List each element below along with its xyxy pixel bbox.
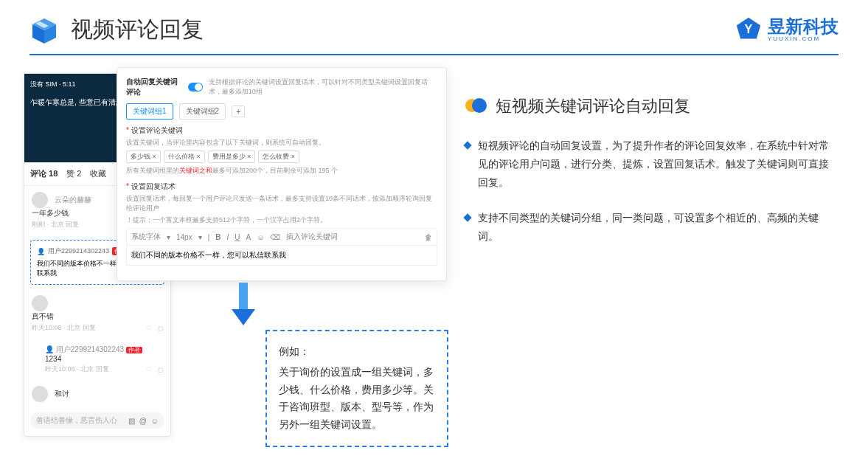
settings-panel: 自动回复关键词评论 支持根据评论的关键词设置回复话术，可以针对不同类型关键词设置… (117, 67, 447, 281)
char-tip: ！提示：一个富文本框最多支持512个字符，一个汉字占用2个字符。 (126, 215, 437, 225)
svg-marker-7 (232, 309, 255, 325)
svg-text:Y: Y (745, 22, 753, 35)
editor-toolbar: 系统字体▾ 14px▾ | B I U A ☺ ⌫ 插入评论关键词 🗑 (126, 228, 437, 246)
reply-editor[interactable]: 我们不同的版本价格不一样，您可以私信联系我 (126, 246, 437, 266)
at-icon[interactable]: @ (139, 417, 147, 425)
video-caption: 乍暖乍寒总是, 些意已有清, ... (30, 97, 125, 108)
comment-input[interactable]: 善语结善缘，恶言伤人心 ▧@☺ (30, 412, 164, 429)
tab-fav[interactable]: 收藏 (90, 168, 106, 179)
svg-point-9 (472, 98, 487, 113)
insert-keyword-button[interactable]: 插入评论关键词 (286, 232, 338, 242)
bullet-item: 支持不同类型的关键词分组，同一类问题，可设置多个相近的、高频的关键词。 (465, 209, 839, 246)
heart-icon[interactable]: ♡ (146, 366, 152, 373)
tab-comments[interactable]: 评论 18 (30, 168, 58, 179)
tag[interactable]: 什么价格 × (164, 151, 205, 163)
keyword-group-tab[interactable]: 关键词组1 (126, 103, 173, 120)
svg-rect-6 (239, 283, 248, 309)
brand-subtitle: YUUXIN.COM (768, 35, 839, 42)
comment-user: 云朵的赫赫 (55, 196, 91, 204)
avatar (32, 295, 48, 311)
size-select[interactable]: 14px (176, 233, 192, 241)
field-hint: 设置关键词，当评论里内容包含了以下关键词，则系统可自动回复。 (126, 138, 437, 148)
font-select[interactable]: 系统字体 (131, 232, 161, 242)
section-title: 短视频关键词评论自动回复 (496, 95, 690, 117)
comment-item: 真不错 昨天10:08 · 北京 回复♡◻ (24, 289, 170, 339)
italic-button[interactable]: I (227, 233, 229, 241)
example-body: 关于询价的设置成一组关键词，多少钱、什么价格，费用多少等。关于咨询班型、版本、型… (279, 364, 435, 434)
comment-item: 👤 用户2299214302243 作者 1234 昨天10:08 · 北京 回… (24, 339, 170, 380)
image-icon[interactable]: ▧ (128, 417, 135, 425)
tag-tip: 所有关键词组里的关键词之和最多可添加200个，目前剩余可添加 195 个 (126, 166, 437, 176)
person-icon: 👤 (37, 248, 45, 255)
panel-desc: 支持根据评论的关键词设置回复话术，可以针对不同类型关键词设置回复话术，最多添加1… (209, 77, 437, 97)
input-placeholder: 善语结善缘，恶言伤人心 (36, 415, 117, 426)
comment-text: 和讨 (55, 390, 69, 398)
arrow-down-icon (229, 283, 258, 327)
keyword-group-tab[interactable]: 关键词组2 (179, 103, 226, 120)
toggle-switch[interactable] (188, 83, 203, 91)
avatar (32, 192, 48, 208)
cube-icon (29, 15, 59, 45)
clear-button[interactable]: ⌫ (270, 233, 280, 241)
example-label: 例如： (279, 343, 435, 361)
example-callout: 例如： 关于询价的设置成一组关键词，多少钱、什么价格，费用多少等。关于咨询班型、… (265, 330, 448, 447)
emoji-button[interactable]: ☺ (257, 233, 264, 241)
keyword-tags[interactable]: 多少钱 × 什么价格 × 费用是多少 × 怎么收费 × (126, 151, 437, 163)
brand-icon: Y (735, 16, 762, 43)
reply-icon[interactable]: ◻ (158, 325, 163, 332)
add-group-button[interactable]: + (232, 106, 245, 117)
avatar (32, 386, 48, 402)
bullet-text: 短视频评论的自动回复设置，为了提升作者的评论回复效率，在系统中针对常见的评论用户… (478, 136, 839, 193)
tag[interactable]: 费用是多少 × (208, 151, 256, 163)
field-label: 设置评论关键词 (126, 125, 437, 136)
bubble-icon (465, 95, 487, 117)
field-hint: 设置回复话术，每回复一个用户评论只发送一条话术，最多支持设置10条不同话术，按添… (126, 194, 437, 213)
delete-icon[interactable]: 🗑 (425, 233, 432, 241)
heart-icon[interactable]: ♡ (146, 325, 152, 332)
tag[interactable]: 多少钱 × (126, 151, 161, 163)
comment-text: 1234 (45, 355, 163, 363)
bold-button[interactable]: B (215, 233, 221, 241)
comment-text: 真不错 (32, 311, 163, 322)
brand-name: 昱新科技 (768, 18, 839, 35)
color-button[interactable]: A (246, 233, 251, 241)
bullet-text: 支持不同类型的关键词分组，同一类问题，可设置多个相近的、高频的关键词。 (478, 209, 839, 246)
panel-title: 自动回复关键词评论 (126, 77, 182, 97)
reply-user: 用户2299214302243 (48, 246, 109, 256)
diamond-icon (463, 213, 471, 221)
author-badge: 作者 (126, 347, 142, 353)
person-icon: 👤 (45, 345, 54, 353)
tag[interactable]: 怎么收费 × (258, 151, 299, 163)
comment-item: 和讨 (24, 380, 170, 408)
diamond-icon (463, 141, 471, 149)
underline-button[interactable]: U (235, 233, 240, 241)
tab-likes[interactable]: 赞 2 (66, 168, 81, 179)
emoji-icon[interactable]: ☺ (151, 417, 159, 425)
field-label: 设置回复话术 (126, 182, 437, 192)
bullet-item: 短视频评论的自动回复设置，为了提升作者的评论回复效率，在系统中针对常见的评论用户… (465, 136, 839, 193)
reply-icon[interactable]: ◻ (158, 366, 163, 373)
brand-logo-block: Y 昱新科技 YUUXIN.COM (735, 16, 839, 43)
page-title: 视频评论回复 (71, 15, 204, 45)
